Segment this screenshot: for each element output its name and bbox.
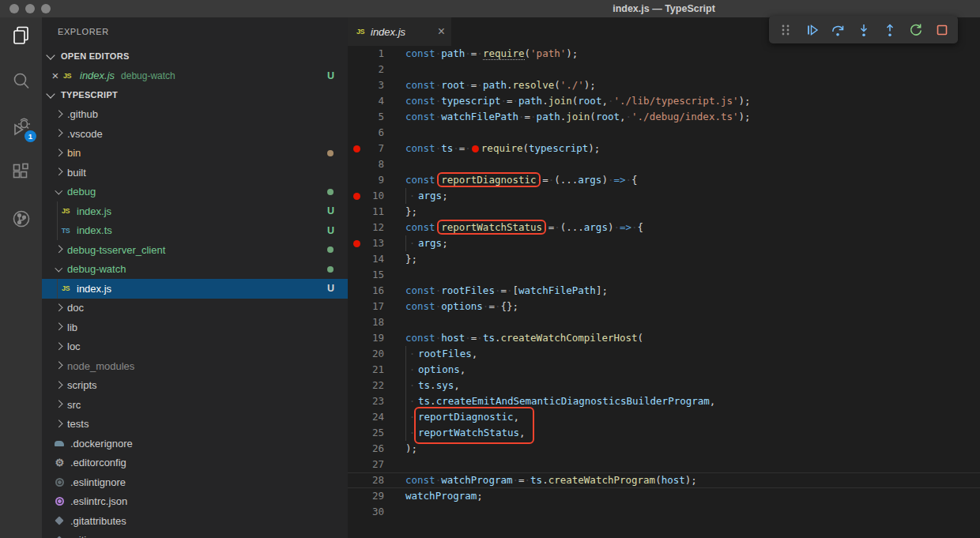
breakpoint-icon[interactable]	[353, 193, 360, 200]
step-over-button[interactable]	[827, 20, 848, 40]
breakpoint-gutter[interactable]	[348, 346, 365, 362]
tree-item-.gitattributes[interactable]: .gitattributes	[42, 511, 348, 531]
tree-item-debug-watch[interactable]: debug-watch	[42, 260, 348, 280]
tree-item-index.ts[interactable]: TSindex.tsU	[42, 221, 348, 241]
breakpoint-gutter[interactable]	[348, 472, 365, 488]
breakpoint-gutter[interactable]	[348, 172, 365, 188]
breakpoint-gutter[interactable]	[348, 125, 365, 141]
code-line-22[interactable]: 22·ts.sys,	[348, 378, 980, 393]
continue-button[interactable]	[801, 20, 822, 40]
breakpoint-gutter[interactable]	[348, 504, 365, 520]
code-line-13[interactable]: 13·args;	[348, 235, 980, 251]
tree-item-.gitignore[interactable]: .gitignore	[42, 531, 348, 538]
tree-item-lib[interactable]: lib	[42, 318, 348, 337]
tree-item-src[interactable]: src	[42, 395, 348, 415]
breakpoint-gutter[interactable]	[348, 488, 365, 504]
tree-item-index.js[interactable]: JSindex.jsU	[42, 201, 348, 221]
stop-button[interactable]	[932, 20, 952, 40]
code-line-6[interactable]: 6	[348, 125, 980, 141]
activity-extensions-button[interactable]	[0, 161, 42, 185]
code-line-23[interactable]: 23·ts.createEmitAndSemanticDiagnosticsBu…	[348, 393, 980, 409]
breakpoint-gutter[interactable]	[348, 441, 365, 457]
code-line-3[interactable]: 3const·root·=·path.resolve('./');	[348, 77, 980, 93]
tree-item-scripts[interactable]: scripts	[42, 376, 348, 396]
breakpoint-icon[interactable]	[353, 145, 360, 152]
code-editor[interactable]: 1const·path·=·require('path');23const·ro…	[348, 46, 980, 538]
code-line-1[interactable]: 1const·path·=·require('path');	[348, 46, 980, 62]
tree-item-debug-tsserver_client[interactable]: debug-tsserver_client	[42, 240, 348, 260]
code-line-28[interactable]: 28const·watchProgram·=·ts.createWatchPro…	[348, 472, 980, 488]
code-line-17[interactable]: 17const·options·=·{};	[348, 299, 980, 314]
traffic-light-minimize-icon[interactable]	[25, 4, 35, 13]
breakpoint-gutter[interactable]	[348, 330, 365, 346]
breakpoint-gutter[interactable]	[348, 188, 365, 204]
tree-item-built[interactable]: built	[42, 163, 348, 182]
tree-item-.dockerignore[interactable]: .dockerignore	[42, 434, 348, 453]
debug-toolbar-gripper[interactable]	[775, 20, 796, 40]
tree-item-index.js[interactable]: JSindex.jsU	[42, 279, 348, 299]
tree-item-.vscode[interactable]: .vscode	[42, 124, 348, 144]
activity-debug-button[interactable]: 1	[0, 115, 42, 139]
code-line-24[interactable]: 24·reportDiagnostic,	[348, 409, 980, 425]
code-line-2[interactable]: 2	[348, 62, 980, 77]
tree-item-.github[interactable]: .github	[42, 105, 348, 125]
tab-index-js[interactable]: JS index.js ×	[348, 17, 451, 46]
code-line-7[interactable]: 7const·ts·=·require(typescript);	[348, 141, 980, 156]
breakpoint-gutter[interactable]	[348, 378, 365, 393]
restart-button[interactable]	[906, 20, 926, 40]
breakpoint-gutter[interactable]	[348, 425, 365, 441]
code-line-11[interactable]: 11};	[348, 204, 980, 220]
code-line-25[interactable]: 25·reportWatchStatus,	[348, 425, 980, 441]
breakpoint-gutter[interactable]	[348, 283, 365, 299]
breakpoint-gutter[interactable]	[348, 109, 365, 125]
activity-source-control-button[interactable]	[0, 207, 42, 231]
code-line-9[interactable]: 9const·reportDiagnostic·=·(...args)·=>·{	[348, 172, 980, 188]
breakpoint-gutter[interactable]	[348, 77, 365, 93]
breakpoint-gutter[interactable]	[348, 156, 365, 172]
code-line-15[interactable]: 15	[348, 267, 980, 283]
tab-close-icon[interactable]: ×	[438, 25, 445, 38]
code-line-12[interactable]: 12const·reportWatchStatus·=·(...args)·=>…	[348, 220, 980, 235]
tree-item-.eslintrc.json[interactable]: .eslintrc.json	[42, 492, 348, 512]
code-line-20[interactable]: 20·rootFiles,	[348, 346, 980, 362]
open-editors-header[interactable]: OPEN EDITORS	[42, 47, 348, 66]
code-line-4[interactable]: 4const·typescript·=·path.join(root,·'./l…	[348, 93, 980, 109]
code-line-27[interactable]: 27	[348, 457, 980, 472]
breakpoint-icon[interactable]	[353, 240, 360, 247]
breakpoint-gutter[interactable]	[348, 457, 365, 472]
breakpoint-gutter[interactable]	[348, 235, 365, 251]
code-line-14[interactable]: 14};	[348, 251, 980, 267]
tree-item-.editorconfig[interactable]: ⚙.editorconfig	[42, 453, 348, 473]
tree-item-.eslintignore[interactable]: .eslintignore	[42, 472, 348, 492]
code-line-26[interactable]: 26);	[348, 441, 980, 457]
code-line-16[interactable]: 16const·rootFiles·=·[watchFilePath];	[348, 283, 980, 299]
traffic-light-close-icon[interactable]	[9, 4, 19, 13]
breakpoint-gutter[interactable]	[348, 251, 365, 267]
tree-item-loc[interactable]: loc	[42, 337, 348, 357]
code-line-18[interactable]: 18	[348, 314, 980, 330]
code-line-10[interactable]: 10·args;	[348, 188, 980, 204]
breakpoint-gutter[interactable]	[348, 267, 365, 283]
breakpoint-gutter[interactable]	[348, 46, 365, 62]
tree-item-tests[interactable]: tests	[42, 415, 348, 435]
breakpoint-gutter[interactable]	[348, 409, 365, 425]
code-line-21[interactable]: 21·options,	[348, 362, 980, 378]
traffic-light-zoom-icon[interactable]	[41, 4, 51, 13]
breakpoint-gutter[interactable]	[348, 62, 365, 77]
code-line-29[interactable]: 29watchProgram;	[348, 488, 980, 504]
breakpoint-gutter[interactable]	[348, 314, 365, 330]
breakpoint-gutter[interactable]	[348, 204, 365, 220]
tree-item-node_modules[interactable]: node_modules	[42, 356, 348, 376]
breakpoint-gutter[interactable]	[348, 141, 365, 156]
activity-search-button[interactable]	[0, 70, 42, 93]
step-out-button[interactable]	[880, 20, 900, 40]
code-line-5[interactable]: 5const·watchFilePath·=·path.join(root,·'…	[348, 109, 980, 125]
breakpoint-gutter[interactable]	[348, 299, 365, 314]
section-typescript-header[interactable]: TYPESCRIPT	[42, 85, 348, 105]
code-line-19[interactable]: 19const·host·=·ts.createWatchCompilerHos…	[348, 330, 980, 346]
close-icon[interactable]: ×	[50, 70, 61, 81]
tree-item-debug[interactable]: debug	[42, 182, 348, 202]
tree-item-bin[interactable]: bin	[42, 144, 348, 164]
code-line-30[interactable]: 30	[348, 504, 980, 520]
activity-explorer-button[interactable]	[0, 24, 42, 47]
